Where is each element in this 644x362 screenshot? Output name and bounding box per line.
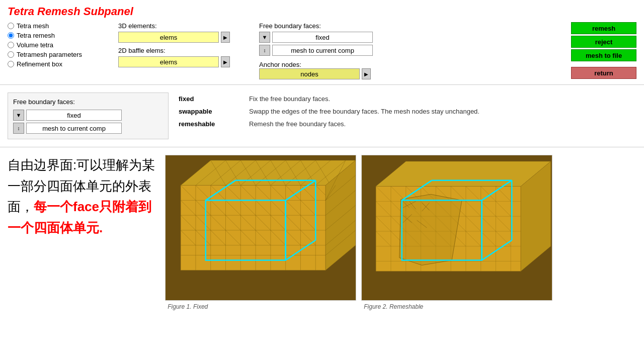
radio-tetramesh-params[interactable]: Tetramesh parameters [8,51,108,58]
radio-tetra-remesh[interactable]: Tetra remesh [8,32,108,39]
left-nav: Tetra mesh Tetra remesh Volume tetra Tet… [8,22,108,79]
mesh-to-comp-row: ↕ mesh to current comp [259,45,400,56]
mesh-to-comp-input[interactable]: mesh to current comp [272,45,373,56]
anchor-nodes-input-row: nodes ▶ [259,68,400,79]
baffle-2d-control: 2D baffle elems: elems ▶ [118,47,249,67]
boundary-box-mesh-input[interactable]: mesh to current comp [26,123,122,134]
baffle-2d-input[interactable]: elems [118,56,219,67]
free-boundary-dropdown[interactable]: fixed [272,32,373,43]
radio-label-refinement-box: Refinement box [17,60,62,68]
baffle-2d-input-row: elems ▶ [118,56,249,67]
radio-volume-tetra[interactable]: Volume tetra [8,41,108,49]
exp-desc-remeshable: Remesh the free boundary faces. [249,120,346,128]
radio-input-tetra-mesh[interactable] [8,23,14,29]
radio-label-tetra-remesh: Tetra remesh [17,32,55,39]
radio-input-tetra-remesh[interactable] [8,32,14,39]
anchor-nodes-section: Anchor nodes: nodes ▶ [259,61,400,79]
action-buttons: remesh reject mesh to file return [571,22,636,79]
radio-label-volume-tetra: Volume tetra [17,41,53,49]
free-boundary-label: Free boundary faces: [259,22,400,30]
free-boundary-dropdown-row: ▼ fixed [259,32,400,43]
boundary-box-mesh-row: ↕ mesh to current comp [13,123,163,134]
mesh-to-file-button[interactable]: mesh to file [571,49,636,61]
radio-input-tetramesh-params[interactable] [8,51,14,58]
elements-3d-arrow-btn[interactable]: ▶ [221,32,230,43]
baffle-2d-arrow-btn[interactable]: ▶ [221,56,230,67]
figure-2-caption: Figure 2. Remeshable [361,303,552,310]
boundary-box-title: Free boundary faces: [13,98,163,106]
right-boundary-controls: Free boundary faces: ▼ fixed ↕ mesh to c… [259,22,400,79]
elements-3d-label: 3D elements: [118,22,249,30]
exp-term-fixed: fixed [179,95,239,103]
top-panel: Tetra mesh Tetra remesh Volume tetra Tet… [0,22,644,85]
radio-input-volume-tetra[interactable] [8,42,14,48]
figure-2-canvas [361,155,552,301]
page-title: Tetra Remesh Subpanel [0,0,644,22]
boundary-box-updown-arrow[interactable]: ↕ [13,123,24,134]
baffle-2d-label: 2D baffle elems: [118,47,249,54]
reject-button[interactable]: reject [571,36,636,48]
exp-desc-swappable: Swapp the edges of the free boundary fac… [249,108,479,115]
svg-marker-88 [376,161,551,187]
elements-3d-input[interactable]: elems [118,32,219,43]
bottom-section: 自由边界面:可以理解为某 一部分四面体单元的外表 面，每一个face只附着到 一… [0,147,644,318]
figure-1-canvas [165,155,356,301]
elements-3d-control: 3D elements: elems ▶ [118,22,249,43]
chinese-text-block: 自由边界面:可以理解为某 一部分四面体单元的外表 面，每一个face只附着到 一… [8,155,155,310]
exp-term-remeshable: remeshable [179,120,239,128]
chinese-line1: 自由边界面:可以理解为某 [8,157,155,172]
chinese-line2: 一部分四面体单元的外表 [8,178,151,194]
svg-marker-1 [181,160,356,186]
anchor-nodes-arrow-btn[interactable]: ▶ [362,68,371,79]
anchor-nodes-input[interactable]: nodes [259,68,360,79]
radio-tetra-mesh[interactable]: Tetra mesh [8,22,108,30]
updown-arrow-icon[interactable]: ↕ [259,45,270,56]
boundary-box: Free boundary faces: ▼ fixed ↕ mesh to c… [8,93,169,139]
boundary-box-dropdown-row: ▼ fixed [13,110,163,121]
exp-row-swappable: swappable Swapp the edges of the free bo… [179,108,636,115]
chinese-line4-red: 一个四面体单元. [8,220,103,235]
radio-input-refinement-box[interactable] [8,61,14,67]
remesh-button[interactable]: remesh [571,22,636,34]
radio-label-tetra-mesh: Tetra mesh [17,22,49,30]
center-controls: 3D elements: elems ▶ 2D baffle elems: el… [118,22,249,79]
anchor-nodes-label: Anchor nodes: [259,61,400,68]
radio-label-tetramesh-params: Tetramesh parameters [17,51,82,58]
chinese-line3-black: 面， [8,199,34,214]
boundary-box-dropdown[interactable]: fixed [26,110,122,121]
elements-3d-input-row: elems ▶ [118,32,249,43]
explanation-table: fixed Fix the free boundary faces. swapp… [179,93,636,139]
figure-1-box: Figure 1. Fixed [165,155,356,310]
exp-row-fixed: fixed Fix the free boundary faces. [179,95,636,103]
return-button[interactable]: return [571,67,636,79]
mid-section: Free boundary faces: ▼ fixed ↕ mesh to c… [0,85,644,147]
figure-2-box: Figure 2. Remeshable [361,155,552,310]
exp-desc-fixed: Fix the free boundary faces. [249,95,330,103]
dropdown-arrow-icon[interactable]: ▼ [259,32,270,43]
figure-1-caption: Figure 1. Fixed [165,303,356,310]
radio-refinement-box[interactable]: Refinement box [8,60,108,68]
exp-row-remeshable: remeshable Remesh the free boundary face… [179,120,636,128]
boundary-box-dropdown-arrow[interactable]: ▼ [13,110,24,121]
exp-term-swappable: swappable [179,108,239,115]
chinese-line3-red: 每一个face只附着到 [34,199,151,214]
figures-container: Figure 1. Fixed [165,155,636,310]
